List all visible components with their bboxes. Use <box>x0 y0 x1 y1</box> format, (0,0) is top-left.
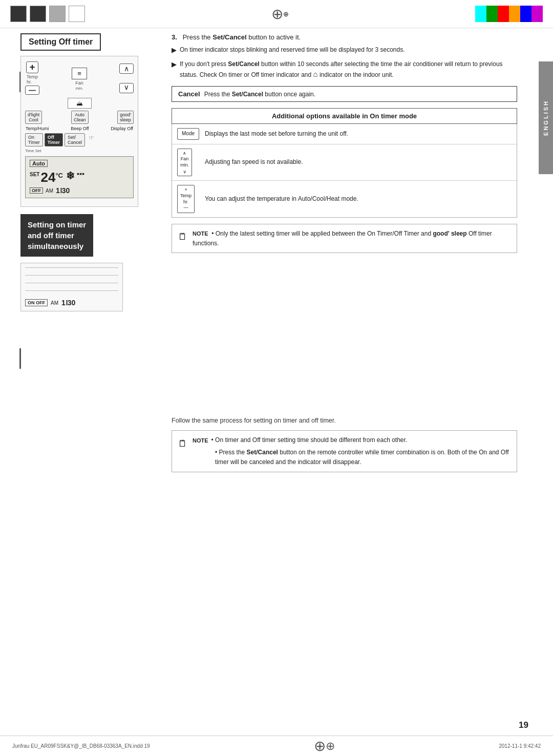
color-bar-red <box>498 6 509 22</box>
note-label-1: NOTE <box>193 230 208 237</box>
note-text-2b-container: • Press the Set/Cancel button on the rem… <box>215 448 511 467</box>
remote-line-3 <box>25 283 118 288</box>
options-table: Mode Displays the last mode set before t… <box>172 124 517 218</box>
note-icon-1: 🗒 <box>178 230 187 248</box>
auto-badge: Auto <box>30 160 48 167</box>
time-set-label: Time Set <box>25 149 134 153</box>
simultaneous-title-line2: and off timer <box>28 231 74 240</box>
color-bar-orange <box>509 6 520 22</box>
down-arrow-button[interactable]: ∧ <box>119 83 134 93</box>
note-box-2: 🗒 NOTE • On timer and Off timer setting … <box>172 430 517 472</box>
main-content: Setting Off timer + Temphr. — ≡ Fan min.… <box>20 33 533 730</box>
footer-right: 2012-11-1 9:42:42 <box>499 743 541 749</box>
fan-min-label: min. <box>75 86 83 91</box>
note-text-2b: • Press the Set/Cancel button on the rem… <box>215 449 509 466</box>
bullet-2: ▶ If you don't press Set/Cancel button w… <box>172 59 517 80</box>
color-bars <box>475 6 543 22</box>
color-bar-green <box>486 6 498 22</box>
mode-icon-container: Mode <box>177 128 199 140</box>
left-column: Setting Off timer + Temphr. — ≡ Fan min.… <box>20 33 166 318</box>
on-timer-button[interactable]: OnTimer <box>25 133 43 146</box>
temp-hr-label: Temphr. <box>27 74 38 85</box>
fan-description: Adjusting fan speed is not available. <box>205 158 303 166</box>
simultaneous-title-line3: simultaneously <box>28 242 83 250</box>
top-registration-bar: ⊕ <box>0 0 553 28</box>
finger-pointer: ☞ <box>89 134 94 141</box>
remote-small-illustration: ON OFF AM 1⁞30 <box>20 263 123 311</box>
on-off-badge: ON OFF <box>25 299 48 306</box>
remote-control-illustration: + Temphr. — ≡ Fan min. ∧ ∧ ⛰ <box>20 56 138 207</box>
simultaneous-title-line1: Setting on timer <box>28 220 86 229</box>
fan-speed-icon: ∧ Fanmin. ∧ <box>177 149 192 177</box>
note-icon-2: 🗒 <box>178 436 187 467</box>
fan-label-icon: Fanmin. <box>180 156 189 168</box>
am-label: AM <box>46 188 53 194</box>
temp-beep-display-row: Temp/Humi Beep Off Display Off <box>25 126 134 131</box>
set-cancel-bold3: Set/Cancel <box>232 91 263 98</box>
snowflake-icon: ❄ <box>66 170 75 182</box>
bullet-1: ▶ On timer indicator stops blinking and … <box>172 45 517 55</box>
remote-small-bottom-row: ON OFF AM 1⁞30 <box>25 299 118 307</box>
fan-label: Fan <box>75 80 83 86</box>
temp-description: You can adjust the temperature in Auto/C… <box>205 195 358 203</box>
off-indicator-badge: OFF <box>30 187 43 194</box>
note-text-1: • Only the latest setting timer will be … <box>193 230 492 247</box>
mode-description: Displays the last mode set before turnin… <box>205 130 348 138</box>
center-crosshair: ⊕ <box>271 5 289 23</box>
reg-box-dark2 <box>30 6 46 22</box>
note-label-2: NOTE <box>193 436 208 446</box>
temp-icon-container: + Temphr. — <box>177 185 199 213</box>
reg-box-white <box>69 6 85 22</box>
remote-screen-display: Auto SET 24 °C ❄ ▪▪▪ OFF AM 1⁞30 <box>25 156 134 198</box>
minus-button[interactable]: — <box>25 86 39 95</box>
footer-left: Junfrau EU_AR09FSSK&Y@_IB_DB68-03363A_EN… <box>12 743 150 749</box>
remote-line-2 <box>25 275 118 280</box>
set-cancel-bold4: Set/Cancel <box>247 449 278 456</box>
time-display: 1⁞30 <box>56 186 70 195</box>
color-bar-cyan <box>475 6 486 22</box>
set-cancel-button[interactable]: Set/Cancel <box>65 133 85 146</box>
mountain-icon: ⛰ <box>68 98 92 109</box>
remote-mode-row: d'lightCool AutoClean good'sleep <box>25 111 134 124</box>
set-cancel-bold: Set/Cancel <box>212 33 246 41</box>
options-row-fan: ∧ Fanmin. ∧ Adjusting fan speed is not a… <box>172 144 517 181</box>
bullet-1-text: On timer indicator stops blinking and re… <box>180 45 405 55</box>
plus-button[interactable]: + <box>26 61 39 73</box>
signal-bars: ▪▪▪ <box>77 170 84 178</box>
step3-number: 3. <box>172 33 181 41</box>
english-sidebar: ENGLISH <box>539 61 553 174</box>
auto-clean-button[interactable]: AutoClean <box>71 111 89 124</box>
temp-humi-label: Temp/Humi <box>26 126 49 131</box>
screen-bottom-row: OFF AM 1⁞30 <box>30 186 129 195</box>
temp-minus: — <box>180 205 192 211</box>
temperature-display: SET 24 °C ❄ ▪▪▪ <box>30 170 129 185</box>
cancel-label: Cancel <box>178 90 200 98</box>
bullet-arrow-2: ▶ <box>172 59 177 80</box>
good-sleep-bold: good' sleep <box>433 230 466 237</box>
fan-up-arrow: ∧ <box>180 151 189 157</box>
remote-top-row: + Temphr. — ≡ Fan min. ∧ ∧ <box>25 61 134 95</box>
left-reg-marks <box>10 6 85 22</box>
options-row-temp: + Temphr. — You can adjust the temperatu… <box>172 181 517 217</box>
reg-box-dark <box>10 6 27 22</box>
setting-off-timer-header: Setting Off timer <box>20 33 101 51</box>
dlight-cool-button[interactable]: d'lightCool <box>25 111 42 124</box>
off-timer-button[interactable]: OffTimer <box>45 133 63 146</box>
temp-plus: + <box>180 187 192 193</box>
page-number: 19 <box>519 720 528 730</box>
right-column: 3. Press the Set/Cancel button to active… <box>172 33 517 472</box>
up-arrow-button[interactable]: ∧ <box>119 64 134 74</box>
cancel-box: Cancel Press the Set/Cancel button once … <box>172 86 517 102</box>
color-bar-blue <box>520 6 531 22</box>
good-sleep-button[interactable]: good'sleep <box>117 111 134 124</box>
remote-line-4 <box>25 290 118 296</box>
cancel-text: Press the Set/Cancel button once again. <box>204 91 315 98</box>
set-cancel-container: Set/Cancel ☞ <box>65 133 85 146</box>
english-label: ENGLISH <box>543 100 549 136</box>
note-content-2: NOTE • On timer and Off timer setting ti… <box>193 435 511 467</box>
bullet-arrow-1: ▶ <box>172 45 177 55</box>
temp-adjust-icon: + Temphr. — <box>177 185 195 213</box>
bottom-crosshair: ⊕ <box>315 737 333 755</box>
remote-timer-row: OnTimer OffTimer Set/Cancel ☞ <box>25 133 134 146</box>
temp-label-icon: Temphr. <box>180 193 192 205</box>
